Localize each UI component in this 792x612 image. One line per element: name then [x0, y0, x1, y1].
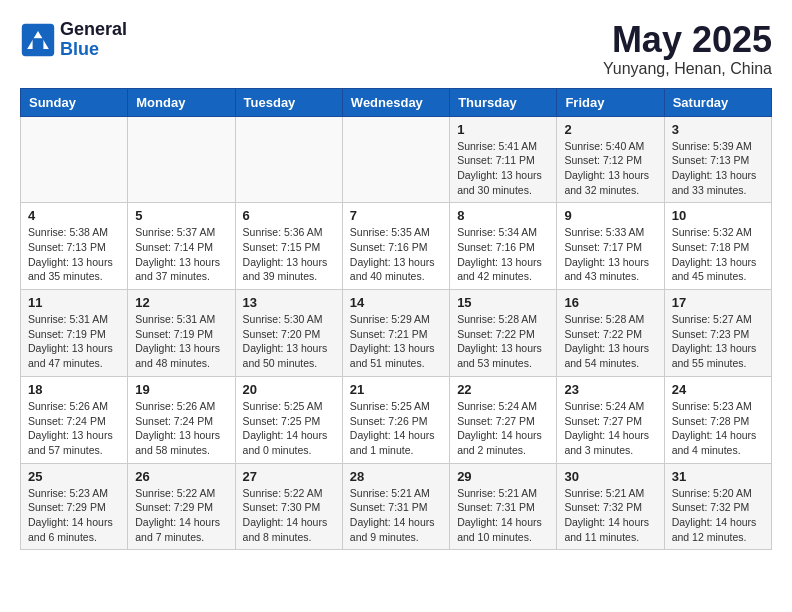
day-info: Sunrise: 5:24 AM Sunset: 7:27 PM Dayligh…: [564, 399, 656, 458]
day-number: 8: [457, 208, 549, 223]
day-number: 20: [243, 382, 335, 397]
table-row: 13Sunrise: 5:30 AM Sunset: 7:20 PM Dayli…: [235, 290, 342, 377]
day-info: Sunrise: 5:27 AM Sunset: 7:23 PM Dayligh…: [672, 312, 764, 371]
table-row: 1Sunrise: 5:41 AM Sunset: 7:11 PM Daylig…: [450, 116, 557, 203]
table-row: 18Sunrise: 5:26 AM Sunset: 7:24 PM Dayli…: [21, 376, 128, 463]
day-number: 9: [564, 208, 656, 223]
table-row: 23Sunrise: 5:24 AM Sunset: 7:27 PM Dayli…: [557, 376, 664, 463]
calendar-table: Sunday Monday Tuesday Wednesday Thursday…: [20, 88, 772, 551]
table-row: 17Sunrise: 5:27 AM Sunset: 7:23 PM Dayli…: [664, 290, 771, 377]
table-row: 3Sunrise: 5:39 AM Sunset: 7:13 PM Daylig…: [664, 116, 771, 203]
header-wednesday: Wednesday: [342, 88, 449, 116]
header-thursday: Thursday: [450, 88, 557, 116]
day-number: 4: [28, 208, 120, 223]
table-row: 6Sunrise: 5:36 AM Sunset: 7:15 PM Daylig…: [235, 203, 342, 290]
day-info: Sunrise: 5:22 AM Sunset: 7:30 PM Dayligh…: [243, 486, 335, 545]
day-number: 1: [457, 122, 549, 137]
header-tuesday: Tuesday: [235, 88, 342, 116]
day-info: Sunrise: 5:28 AM Sunset: 7:22 PM Dayligh…: [564, 312, 656, 371]
day-number: 3: [672, 122, 764, 137]
table-row: 28Sunrise: 5:21 AM Sunset: 7:31 PM Dayli…: [342, 463, 449, 550]
day-info: Sunrise: 5:36 AM Sunset: 7:15 PM Dayligh…: [243, 225, 335, 284]
day-info: Sunrise: 5:32 AM Sunset: 7:18 PM Dayligh…: [672, 225, 764, 284]
day-number: 21: [350, 382, 442, 397]
day-info: Sunrise: 5:23 AM Sunset: 7:28 PM Dayligh…: [672, 399, 764, 458]
day-info: Sunrise: 5:21 AM Sunset: 7:31 PM Dayligh…: [457, 486, 549, 545]
day-number: 26: [135, 469, 227, 484]
day-info: Sunrise: 5:20 AM Sunset: 7:32 PM Dayligh…: [672, 486, 764, 545]
table-row: 26Sunrise: 5:22 AM Sunset: 7:29 PM Dayli…: [128, 463, 235, 550]
header-friday: Friday: [557, 88, 664, 116]
day-info: Sunrise: 5:33 AM Sunset: 7:17 PM Dayligh…: [564, 225, 656, 284]
day-number: 19: [135, 382, 227, 397]
day-info: Sunrise: 5:40 AM Sunset: 7:12 PM Dayligh…: [564, 139, 656, 198]
day-number: 5: [135, 208, 227, 223]
day-info: Sunrise: 5:26 AM Sunset: 7:24 PM Dayligh…: [135, 399, 227, 458]
day-info: Sunrise: 5:34 AM Sunset: 7:16 PM Dayligh…: [457, 225, 549, 284]
day-number: 15: [457, 295, 549, 310]
table-row: 24Sunrise: 5:23 AM Sunset: 7:28 PM Dayli…: [664, 376, 771, 463]
day-info: Sunrise: 5:38 AM Sunset: 7:13 PM Dayligh…: [28, 225, 120, 284]
day-info: Sunrise: 5:23 AM Sunset: 7:29 PM Dayligh…: [28, 486, 120, 545]
table-row: 2Sunrise: 5:40 AM Sunset: 7:12 PM Daylig…: [557, 116, 664, 203]
week-row-4: 18Sunrise: 5:26 AM Sunset: 7:24 PM Dayli…: [21, 376, 772, 463]
table-row: 31Sunrise: 5:20 AM Sunset: 7:32 PM Dayli…: [664, 463, 771, 550]
table-row: 14Sunrise: 5:29 AM Sunset: 7:21 PM Dayli…: [342, 290, 449, 377]
header-sunday: Sunday: [21, 88, 128, 116]
svg-rect-2: [33, 38, 44, 49]
table-row: [235, 116, 342, 203]
day-info: Sunrise: 5:30 AM Sunset: 7:20 PM Dayligh…: [243, 312, 335, 371]
day-number: 13: [243, 295, 335, 310]
day-info: Sunrise: 5:41 AM Sunset: 7:11 PM Dayligh…: [457, 139, 549, 198]
table-row: 22Sunrise: 5:24 AM Sunset: 7:27 PM Dayli…: [450, 376, 557, 463]
day-info: Sunrise: 5:22 AM Sunset: 7:29 PM Dayligh…: [135, 486, 227, 545]
day-number: 24: [672, 382, 764, 397]
table-row: 5Sunrise: 5:37 AM Sunset: 7:14 PM Daylig…: [128, 203, 235, 290]
day-info: Sunrise: 5:21 AM Sunset: 7:32 PM Dayligh…: [564, 486, 656, 545]
day-number: 2: [564, 122, 656, 137]
week-row-3: 11Sunrise: 5:31 AM Sunset: 7:19 PM Dayli…: [21, 290, 772, 377]
day-info: Sunrise: 5:21 AM Sunset: 7:31 PM Dayligh…: [350, 486, 442, 545]
day-info: Sunrise: 5:31 AM Sunset: 7:19 PM Dayligh…: [28, 312, 120, 371]
day-number: 28: [350, 469, 442, 484]
month-title: May 2025: [603, 20, 772, 60]
day-number: 25: [28, 469, 120, 484]
day-number: 23: [564, 382, 656, 397]
day-info: Sunrise: 5:37 AM Sunset: 7:14 PM Dayligh…: [135, 225, 227, 284]
day-number: 14: [350, 295, 442, 310]
day-number: 18: [28, 382, 120, 397]
header-monday: Monday: [128, 88, 235, 116]
day-number: 7: [350, 208, 442, 223]
day-info: Sunrise: 5:25 AM Sunset: 7:25 PM Dayligh…: [243, 399, 335, 458]
table-row: [128, 116, 235, 203]
table-row: 11Sunrise: 5:31 AM Sunset: 7:19 PM Dayli…: [21, 290, 128, 377]
table-row: 4Sunrise: 5:38 AM Sunset: 7:13 PM Daylig…: [21, 203, 128, 290]
day-info: Sunrise: 5:29 AM Sunset: 7:21 PM Dayligh…: [350, 312, 442, 371]
table-row: 29Sunrise: 5:21 AM Sunset: 7:31 PM Dayli…: [450, 463, 557, 550]
day-number: 22: [457, 382, 549, 397]
table-row: 20Sunrise: 5:25 AM Sunset: 7:25 PM Dayli…: [235, 376, 342, 463]
day-number: 11: [28, 295, 120, 310]
logo-general-text: General: [60, 20, 127, 40]
day-number: 31: [672, 469, 764, 484]
day-info: Sunrise: 5:28 AM Sunset: 7:22 PM Dayligh…: [457, 312, 549, 371]
week-row-5: 25Sunrise: 5:23 AM Sunset: 7:29 PM Dayli…: [21, 463, 772, 550]
table-row: 27Sunrise: 5:22 AM Sunset: 7:30 PM Dayli…: [235, 463, 342, 550]
title-block: May 2025 Yunyang, Henan, China: [603, 20, 772, 78]
week-row-2: 4Sunrise: 5:38 AM Sunset: 7:13 PM Daylig…: [21, 203, 772, 290]
day-number: 29: [457, 469, 549, 484]
table-row: 12Sunrise: 5:31 AM Sunset: 7:19 PM Dayli…: [128, 290, 235, 377]
table-row: 10Sunrise: 5:32 AM Sunset: 7:18 PM Dayli…: [664, 203, 771, 290]
table-row: 15Sunrise: 5:28 AM Sunset: 7:22 PM Dayli…: [450, 290, 557, 377]
table-row: 30Sunrise: 5:21 AM Sunset: 7:32 PM Dayli…: [557, 463, 664, 550]
day-info: Sunrise: 5:24 AM Sunset: 7:27 PM Dayligh…: [457, 399, 549, 458]
day-number: 10: [672, 208, 764, 223]
table-row: 7Sunrise: 5:35 AM Sunset: 7:16 PM Daylig…: [342, 203, 449, 290]
day-info: Sunrise: 5:26 AM Sunset: 7:24 PM Dayligh…: [28, 399, 120, 458]
logo-icon: [20, 22, 56, 58]
logo-text: General Blue: [60, 20, 127, 60]
table-row: 9Sunrise: 5:33 AM Sunset: 7:17 PM Daylig…: [557, 203, 664, 290]
logo: General Blue: [20, 20, 127, 60]
weekday-header-row: Sunday Monday Tuesday Wednesday Thursday…: [21, 88, 772, 116]
day-number: 27: [243, 469, 335, 484]
